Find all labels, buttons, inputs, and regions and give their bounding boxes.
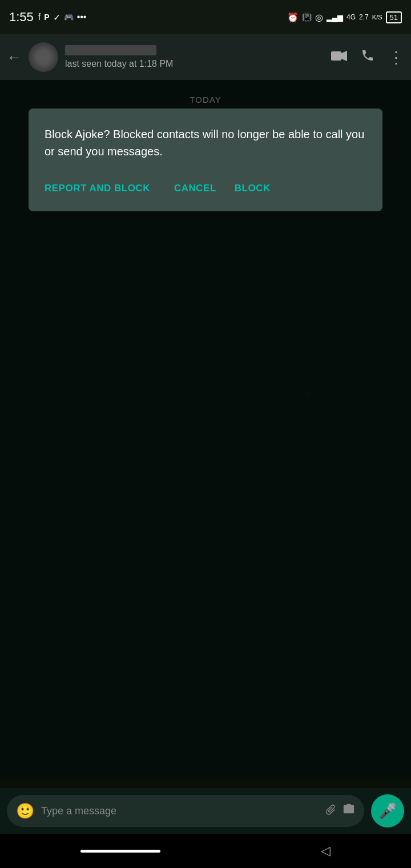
- game-icon: 🎮: [64, 13, 74, 22]
- video-call-icon[interactable]: [331, 49, 347, 65]
- wifi-icon: ◎: [315, 12, 323, 23]
- signal-icon: ▂▄▆: [327, 13, 343, 22]
- vibrate-icon: 📳: [302, 13, 312, 22]
- dialog-buttons: REPORT AND BLOCK CANCEL BLOCK: [45, 177, 366, 200]
- chat-header: ← last seen today at 1:18 PM ⋮: [0, 34, 411, 80]
- battery-icon: 51: [386, 11, 402, 23]
- alarm-icon: ⏰: [287, 12, 299, 23]
- cancel-button[interactable]: CANCEL: [165, 177, 225, 200]
- battery-level: 51: [390, 13, 398, 22]
- status-time: 1:55: [9, 10, 34, 25]
- emoji-icon[interactable]: 🙂: [16, 802, 34, 820]
- block-button[interactable]: BLOCK: [225, 177, 280, 200]
- status-icons-left: f P ✓ 🎮 •••: [38, 12, 87, 23]
- header-icons: ⋮: [331, 48, 404, 67]
- svg-rect-0: [331, 51, 341, 61]
- dots-icon: •••: [77, 12, 87, 22]
- contact-status: last seen today at 1:18 PM: [65, 59, 173, 69]
- status-bar: 1:55 f P ✓ 🎮 ••• ⏰ 📳 ◎ ▂▄▆ 4G 2.7 K/S 51: [0, 0, 411, 34]
- camera-icon[interactable]: [342, 803, 355, 819]
- block-dialog: Block Ajoke? Blocked contacts will no lo…: [29, 108, 382, 211]
- shield-icon: ✓: [53, 12, 61, 23]
- home-indicator[interactable]: [80, 850, 160, 853]
- message-placeholder[interactable]: Type a message: [41, 805, 316, 817]
- contact-name-blurred: [65, 45, 156, 55]
- status-bar-right: ⏰ 📳 ◎ ▂▄▆ 4G 2.7 K/S 51: [287, 11, 402, 23]
- avatar-image: [29, 42, 58, 72]
- dialog-message: Block Ajoke? Blocked contacts will no lo…: [45, 126, 366, 160]
- back-button[interactable]: ←: [7, 49, 22, 66]
- mic-button[interactable]: 🎤: [371, 794, 404, 827]
- nav-back-button[interactable]: ◁: [321, 843, 331, 858]
- status-bar-left: 1:55 f P ✓ 🎮 •••: [9, 10, 86, 25]
- more-options-icon[interactable]: ⋮: [388, 48, 404, 67]
- parking-icon: P: [44, 13, 49, 22]
- nav-bar: ◁: [0, 834, 411, 868]
- facebook-icon: f: [38, 12, 41, 22]
- input-field-container[interactable]: 🙂 Type a message: [7, 795, 364, 827]
- phone-call-icon[interactable]: [361, 49, 374, 66]
- network-4g-icon: 4G: [346, 13, 356, 21]
- contact-avatar[interactable]: [29, 42, 58, 72]
- mic-icon: 🎤: [378, 802, 397, 820]
- network-unit: K/S: [372, 14, 382, 21]
- dialog-overlay: Block Ajoke? Blocked contacts will no lo…: [0, 80, 411, 777]
- report-and-block-button[interactable]: REPORT AND BLOCK: [45, 177, 159, 200]
- message-input-bar: 🙂 Type a message 🎤: [0, 788, 411, 834]
- contact-info[interactable]: last seen today at 1:18 PM: [65, 45, 324, 69]
- svg-marker-1: [341, 51, 347, 61]
- chat-background: TODAY 🔒 Messages and calls are end-to-en…: [0, 80, 411, 777]
- attachment-icon[interactable]: [319, 801, 339, 821]
- network-speed: 2.7: [359, 13, 369, 21]
